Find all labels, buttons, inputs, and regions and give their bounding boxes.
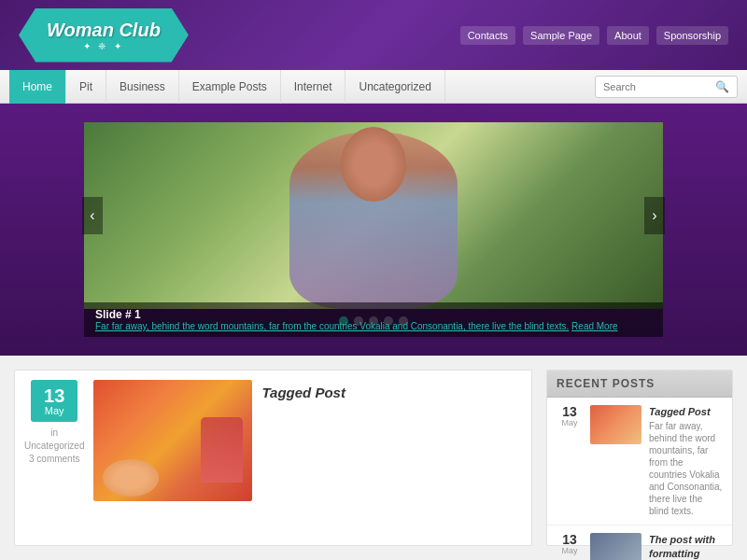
- recent-post-text-1: Far far away, behind the word mountains,…: [649, 420, 723, 517]
- logo-badge[interactable]: Woman Club ✦ ❈ ✦: [19, 8, 189, 63]
- post-info: Tagged Post: [261, 380, 522, 536]
- sidebar-title: RECENT POSTS: [547, 371, 732, 398]
- content-area: 13 May in Uncategorized 3 comments Tagge…: [0, 356, 747, 560]
- search-icon[interactable]: 🔍: [715, 80, 729, 93]
- recent-thumb-1: [590, 405, 641, 444]
- slider-next-button[interactable]: ›: [644, 197, 665, 234]
- post-meta-comments[interactable]: 3 comments: [24, 453, 84, 466]
- recent-month-1: May: [561, 418, 577, 427]
- logo-text: Woman Club: [47, 20, 161, 41]
- nav-example-posts[interactable]: Example Posts: [179, 70, 281, 104]
- post-day: 13: [44, 386, 64, 405]
- nav-internet[interactable]: Internet: [281, 70, 346, 104]
- top-nav-about[interactable]: About: [607, 26, 649, 45]
- recent-date-2: 13 May: [557, 533, 583, 555]
- post-meta-category[interactable]: Uncategorized: [24, 440, 84, 453]
- top-nav: Contacts Sample Page About Sponsorship: [460, 26, 728, 45]
- sidebar: RECENT POSTS 13 May Tagged Post Far far …: [546, 370, 733, 546]
- post-month: May: [45, 405, 64, 416]
- recent-date-1: 13 May: [557, 405, 583, 427]
- slide-title: Slide # 1: [95, 308, 652, 321]
- nav-uncategorized[interactable]: Uncategorized: [345, 70, 444, 104]
- date-box: 13 May: [31, 380, 78, 422]
- logo-ornament: ✦ ❈ ✦: [47, 41, 161, 51]
- main-post: 13 May in Uncategorized 3 comments Tagge…: [14, 370, 532, 546]
- hero-slider: ‹ Slide # 1 Far far away, behind the wor…: [0, 104, 747, 356]
- recent-post-1: 13 May Tagged Post Far far away, behind …: [547, 398, 732, 525]
- slide-image: [84, 122, 663, 309]
- read-more-link[interactable]: Read More: [571, 321, 617, 331]
- recent-post-title-1[interactable]: Tagged Post: [649, 405, 723, 418]
- recent-post-2: 13 May The post with formatting example …: [547, 525, 732, 560]
- post-date-badge: 13 May in Uncategorized 3 comments: [24, 380, 84, 536]
- recent-thumb-2: [590, 533, 641, 560]
- post-title[interactable]: Tagged Post: [261, 385, 522, 400]
- recent-post-info-1: Tagged Post Far far away, behind the wor…: [649, 405, 723, 517]
- search-bar[interactable]: 🔍: [595, 76, 738, 98]
- top-nav-sample[interactable]: Sample Page: [523, 26, 599, 45]
- nav-home[interactable]: Home: [9, 70, 66, 104]
- post-meta-in: in: [24, 427, 84, 440]
- recent-month-2: May: [561, 546, 577, 555]
- search-input[interactable]: [603, 81, 715, 92]
- header: Woman Club ✦ ❈ ✦ Contacts Sample Page Ab…: [0, 0, 747, 70]
- slider-container: Slide # 1 Far far away, behind the word …: [84, 122, 663, 337]
- post-meta: in Uncategorized 3 comments: [24, 427, 84, 466]
- navbar: Home Pit Business Example Posts Internet…: [0, 70, 747, 104]
- recent-post-info-2: The post with formatting example Header …: [649, 533, 723, 560]
- post-thumbnail: [93, 380, 252, 501]
- recent-day-1: 13: [562, 405, 577, 418]
- nav-pit[interactable]: Pit: [66, 70, 106, 104]
- slide-description: Far far away, behind the word mountains,…: [95, 321, 569, 331]
- slide-text: Far far away, behind the word mountains,…: [95, 321, 652, 331]
- recent-day-2: 13: [562, 533, 577, 546]
- slider-prev-button[interactable]: ‹: [82, 197, 103, 234]
- recent-post-title-2[interactable]: The post with formatting example: [649, 533, 723, 560]
- slide-caption: Slide # 1 Far far away, behind the word …: [84, 302, 663, 337]
- nav-business[interactable]: Business: [106, 70, 179, 104]
- top-nav-sponsorship[interactable]: Sponsorship: [656, 26, 728, 45]
- top-nav-contacts[interactable]: Contacts: [460, 26, 515, 45]
